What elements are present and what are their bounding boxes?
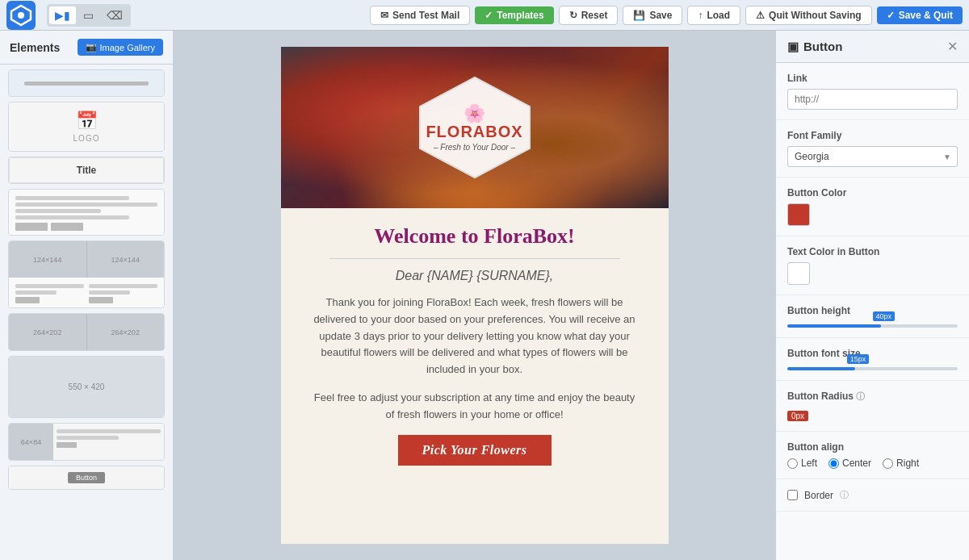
- button-thumb: Button: [9, 466, 164, 489]
- mobile-device-btn[interactable]: ⌫: [101, 6, 128, 24]
- button-font-size-value: 15px: [847, 354, 870, 364]
- desktop-device-btn[interactable]: ▶▮: [49, 6, 76, 24]
- hero-image: 🌸 FLORABOX – Fresh to Your Door –: [281, 47, 669, 208]
- send-test-mail-button[interactable]: ✉ Send Test Mail: [370, 6, 470, 25]
- button-color-label: Button Color: [787, 187, 958, 199]
- list-item[interactable]: 64×84: [8, 423, 165, 461]
- pick-flowers-button[interactable]: Pick Your Flowers: [398, 435, 552, 466]
- email-canvas: 🌸 FLORABOX – Fresh to Your Door – Welcom…: [281, 47, 669, 544]
- align-center-radio[interactable]: [828, 458, 839, 469]
- save-quit-label: Save & Quit: [899, 10, 953, 21]
- border-section: Border ⓘ: [776, 479, 969, 512]
- align-left-label: Left: [801, 458, 817, 469]
- image-text-thumb: 64×84: [9, 424, 164, 460]
- quit-without-saving-button[interactable]: ⚠ Quit Without Saving: [745, 6, 872, 25]
- text-thumb: [9, 190, 164, 235]
- send-icon: ✉: [380, 10, 388, 21]
- list-item[interactable]: 📅 LOGO: [8, 102, 165, 152]
- align-right-label: Right: [896, 458, 919, 469]
- link-section: Link: [776, 63, 969, 120]
- email-salutation: Dear {NAME} {SURNAME},: [313, 269, 636, 283]
- font-family-select-wrap: Georgia Arial Times New Roman Verdana Co…: [787, 146, 958, 167]
- align-left-option[interactable]: Left: [787, 458, 817, 469]
- list-item[interactable]: 550 × 420: [8, 356, 165, 418]
- border-checkbox[interactable]: [787, 490, 798, 500]
- list-item[interactable]: 264×202 264×202: [8, 313, 165, 351]
- check-icon: ✓: [484, 10, 493, 21]
- save-quit-icon: ✓: [887, 10, 895, 21]
- button-color-section: Button Color: [776, 178, 969, 236]
- button-align-label: Button align: [787, 441, 958, 453]
- text-color-label: Text Color in Button: [787, 246, 958, 257]
- email-paragraph-1: Thank you for joining FloraBox! Each wee…: [313, 295, 636, 378]
- two-col-thumb: 124×144 124×144: [9, 241, 164, 278]
- email-divider: [329, 258, 620, 259]
- logo-icon: [6, 1, 36, 30]
- load-label: Load: [707, 10, 730, 21]
- sidebar-header: Elements 📷 Image Gallery: [0, 31, 173, 65]
- button-font-size-section: Button font size 15px: [776, 338, 969, 381]
- image-gallery-label: Image Gallery: [100, 43, 155, 52]
- button-icon: ▣: [787, 40, 799, 54]
- radius-info-icon[interactable]: ⓘ: [856, 391, 865, 401]
- button-align-section: Button align Left Center Right: [776, 432, 969, 479]
- main-layout: Elements 📷 Image Gallery 📅 LOGO Title: [0, 31, 969, 560]
- font-family-select[interactable]: Georgia Arial Times New Roman Verdana Co…: [787, 146, 958, 167]
- close-panel-button[interactable]: ✕: [947, 39, 958, 54]
- align-right-radio[interactable]: [883, 458, 893, 469]
- hex-content: 🌸 FLORABOX – Fresh to Your Door –: [426, 103, 522, 152]
- align-center-option[interactable]: Center: [828, 458, 871, 469]
- link-label: Link: [787, 73, 958, 84]
- title-thumb: Title: [9, 157, 164, 183]
- button-radius-value: 0px: [787, 411, 808, 421]
- save-label: Save: [649, 10, 672, 21]
- app-logo: [6, 1, 36, 30]
- text-color-swatch[interactable]: [787, 262, 810, 285]
- list-item[interactable]: [8, 69, 165, 97]
- link-input[interactable]: [787, 89, 958, 110]
- image-gallery-button[interactable]: 📷 Image Gallery: [78, 39, 163, 56]
- border-label: Border: [804, 490, 833, 501]
- button-font-size-slider-wrap: 15px: [787, 367, 958, 370]
- text-color-section: Text Color in Button: [776, 236, 969, 295]
- list-item[interactable]: Button: [8, 466, 165, 490]
- button-font-size-label: Button font size: [787, 348, 958, 359]
- three-col-thumb: 264×202 264×202: [9, 314, 164, 350]
- text-content-thumb: [9, 278, 164, 307]
- panel-header: ▣ Button ✕: [776, 31, 969, 63]
- button-properties-panel: ▣ Button ✕ Link Font Family Georgia Aria…: [775, 31, 969, 560]
- canvas-area: 🌸 FLORABOX – Fresh to Your Door – Welcom…: [174, 31, 775, 560]
- align-right-option[interactable]: Right: [883, 458, 919, 469]
- align-center-label: Center: [842, 458, 871, 469]
- border-info-icon[interactable]: ⓘ: [840, 489, 849, 501]
- tablet-device-btn[interactable]: ▭: [78, 6, 99, 24]
- reset-icon: ↻: [569, 10, 577, 21]
- button-radius-section: Button Radius ⓘ 0px: [776, 381, 969, 432]
- button-height-section: Button height 40px: [776, 295, 969, 338]
- list-item[interactable]: 124×144 124×144: [8, 240, 165, 308]
- send-test-mail-label: Send Test Mail: [392, 10, 459, 21]
- logo-placeholder-text: LOGO: [73, 134, 100, 143]
- list-item[interactable]: Title: [8, 157, 165, 184]
- email-button-wrapper: Pick Your Flowers: [313, 435, 636, 466]
- save-button[interactable]: 💾 Save: [623, 6, 682, 25]
- align-left-radio[interactable]: [787, 458, 798, 469]
- templates-button[interactable]: ✓ Templates: [475, 6, 553, 24]
- email-hero: 🌸 FLORABOX – Fresh to Your Door –: [281, 47, 669, 208]
- font-family-label: Font Family: [787, 130, 958, 141]
- font-family-section: Font Family Georgia Arial Times New Roma…: [776, 120, 969, 178]
- load-button[interactable]: ↑ Load: [687, 6, 740, 25]
- list-item[interactable]: [8, 189, 165, 236]
- email-body: Welcome to FloraBox! Dear {NAME} {SURNAM…: [281, 208, 669, 482]
- button-radius-label: Button Radius ⓘ: [787, 391, 958, 403]
- florabox-subtitle: – Fresh to Your Door –: [426, 143, 522, 152]
- reset-button[interactable]: ↻ Reset: [559, 6, 619, 25]
- save-and-quit-button[interactable]: ✓ Save & Quit: [877, 6, 963, 24]
- templates-label: Templates: [497, 10, 543, 21]
- sidebar-title: Elements: [10, 41, 60, 54]
- quit-icon: ⚠: [756, 10, 765, 21]
- toolbar: ▶▮ ▭ ⌫ ✉ Send Test Mail ✓ Templates ↻ Re…: [0, 0, 969, 31]
- reset-label: Reset: [581, 10, 608, 21]
- button-color-swatch[interactable]: [787, 203, 810, 226]
- image-icon: 📷: [86, 42, 97, 52]
